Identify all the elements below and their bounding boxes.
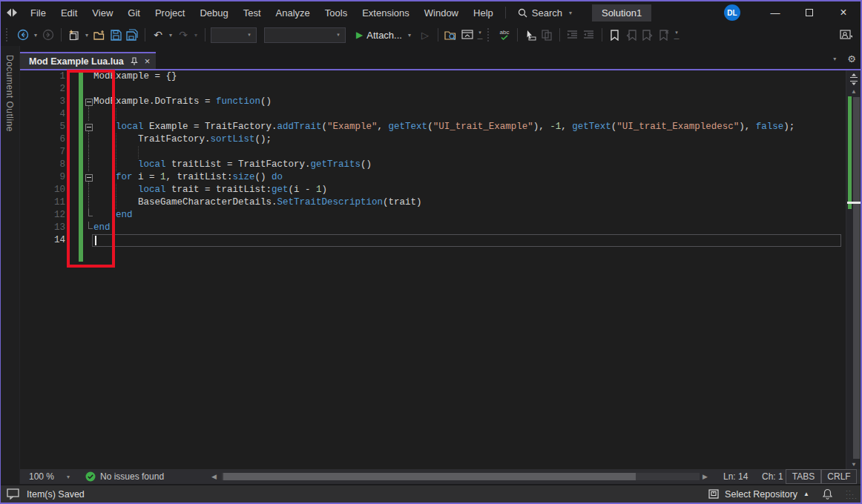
menu-file[interactable]: File (23, 7, 53, 19)
code-line-8[interactable]: 8local traitList = TraitFactory.getTrait… (20, 159, 861, 171)
code-line-6[interactable]: 6TraitFactory.sortList(); (20, 133, 861, 146)
attach-dropdown-icon[interactable]: ▾ (406, 32, 413, 39)
redo-dropdown-icon[interactable]: ▾ (192, 32, 200, 39)
menu-extensions[interactable]: Extensions (355, 7, 417, 19)
configuration-combobox[interactable]: ▾ (211, 27, 257, 43)
horizontal-scrollbar[interactable] (222, 473, 700, 480)
toolbar-divider (602, 28, 602, 42)
navigate-forward-button[interactable] (41, 27, 56, 42)
menu-window[interactable]: Window (417, 7, 466, 19)
tab-mod-example-lua[interactable]: Mod Example Lua.lua × (20, 52, 156, 69)
tab-list-dropdown-icon[interactable]: ▾ (831, 56, 838, 62)
horizontal-scroll-thumb[interactable] (223, 473, 636, 480)
issues-status-label[interactable]: No issues found (100, 469, 164, 484)
select-repository-button[interactable]: Select Repository ▲ (703, 489, 815, 500)
code-line-11[interactable]: 11BaseGameCharacterDetails.SetTraitDescr… (20, 196, 861, 209)
menu-test[interactable]: Test (236, 7, 269, 19)
pin-icon[interactable] (131, 57, 138, 66)
toolbar-grip[interactable] (6, 28, 12, 42)
vertical-scrollbar[interactable]: ▲ ▼ (846, 70, 861, 469)
split-editor-handle[interactable] (847, 72, 861, 87)
menu-tools[interactable]: Tools (318, 7, 355, 19)
zoom-level: 100 % (29, 471, 54, 482)
indent-increase-button[interactable] (582, 27, 596, 42)
vertical-scroll-thumb[interactable] (853, 97, 860, 459)
line-ending-indicator[interactable]: CRLF (821, 469, 857, 484)
next-bookmark-button[interactable] (640, 27, 655, 42)
send-feedback-button[interactable] (838, 27, 853, 42)
code-line-12[interactable]: 12end (20, 209, 861, 222)
toolbar-divider (205, 28, 205, 42)
indent-decrease-button[interactable] (565, 27, 580, 42)
code-line-1[interactable]: 1ModExample = {} (20, 70, 861, 83)
toggle-bookmark-button[interactable] (608, 27, 622, 42)
start-without-debugging-button[interactable]: ▷ (418, 27, 432, 42)
select-lines-button[interactable] (523, 27, 538, 42)
maximize-button[interactable] (792, 1, 826, 24)
line-number: 6 (20, 133, 65, 146)
new-item-dropdown-icon[interactable]: ▾ (83, 32, 91, 39)
copy-lines-button[interactable] (539, 27, 554, 42)
clear-bookmarks-button[interactable] (657, 27, 671, 42)
tab-close-icon[interactable]: × (145, 56, 151, 67)
menu-view[interactable]: View (85, 7, 120, 19)
navigate-back-dropdown-icon[interactable]: ▾ (32, 32, 39, 39)
close-button[interactable]: × (826, 1, 861, 24)
zoom-dropdown[interactable]: 100 % ▾ (24, 469, 76, 484)
scroll-up-icon[interactable]: ▲ (846, 88, 861, 95)
menu-edit[interactable]: Edit (53, 7, 85, 19)
bookmark-dropdown-icon[interactable]: ▾— (673, 30, 680, 41)
resize-grip[interactable]: ········· (846, 489, 856, 500)
health-indicator[interactable] (85, 471, 96, 484)
code-line-13[interactable]: 13end (20, 222, 861, 234)
menu-debug[interactable]: Debug (192, 7, 235, 19)
solution-name[interactable]: Solution1 (592, 4, 651, 21)
find-in-files-button[interactable] (444, 27, 458, 42)
scroll-down-icon[interactable]: ▼ (846, 461, 861, 468)
attach-button[interactable]: ▶ Attach... ▾ (353, 30, 416, 41)
save-button[interactable] (108, 27, 123, 42)
window-dropdown-icon[interactable]: ▾— (476, 30, 484, 41)
undo-button[interactable]: ↶ (151, 27, 165, 42)
document-outline-tab-label[interactable]: Document Outline (4, 55, 15, 132)
code-line-3[interactable]: 3ModExample.DoTraits = function() (20, 96, 861, 108)
tab-options-gear-icon[interactable]: ⚙ (847, 53, 856, 64)
document-outline-strip[interactable]: Document Outline (1, 46, 20, 484)
menu-project[interactable]: Project (148, 7, 192, 19)
code-line-4[interactable]: 4 (20, 108, 861, 121)
code-line-7[interactable]: 7 (20, 146, 861, 159)
notifications-bell-icon[interactable] (823, 488, 832, 500)
spell-check-button[interactable]: abc (497, 27, 512, 42)
search-box[interactable]: Search ▾ (510, 7, 582, 19)
navigate-back-button[interactable] (16, 27, 30, 42)
account-avatar[interactable]: DL (724, 4, 740, 21)
menu-git[interactable]: Git (120, 7, 148, 19)
previous-bookmark-button[interactable] (624, 27, 639, 42)
tabs-mode-indicator[interactable]: TABS (786, 469, 821, 484)
menu-help[interactable]: Help (466, 7, 501, 19)
code-line-10[interactable]: 10local trait = traitList:get(i - 1) (20, 184, 861, 196)
hscroll-left-icon[interactable]: ◀ (211, 469, 217, 484)
search-dropdown-icon[interactable]: ▾ (567, 10, 574, 16)
redo-button[interactable]: ↷ (176, 27, 191, 42)
solution-explorer-button[interactable] (460, 27, 475, 42)
undo-dropdown-icon[interactable]: ▾ (167, 32, 174, 39)
open-file-button[interactable] (92, 27, 107, 42)
toolbar-grip[interactable] (487, 28, 493, 42)
save-all-button[interactable] (125, 27, 139, 42)
window-border-top (0, 0, 862, 1)
hscroll-right-icon[interactable]: ▶ (703, 469, 708, 484)
code-line-5[interactable]: 5local Example = TraitFactory.addTrait("… (20, 121, 861, 133)
platform-combobox[interactable]: ▾ (264, 27, 346, 43)
minimize-button[interactable]: — (758, 1, 792, 24)
indent-guide (116, 196, 116, 209)
search-icon (518, 8, 527, 18)
code-line-9[interactable]: 9for i = 1, traitList:size() do (20, 171, 861, 184)
menu-analyze[interactable]: Analyze (269, 7, 318, 19)
indent-guide (116, 108, 116, 121)
code-line-14[interactable]: 14 (20, 234, 861, 247)
code-editor[interactable]: 1ModExample = {}23ModExample.DoTraits = … (20, 69, 861, 469)
code-line-2[interactable]: 2 (20, 83, 861, 96)
code-text: BaseGameCharacterDetails.SetTraitDescrip… (138, 196, 422, 209)
new-item-button[interactable] (67, 27, 82, 42)
